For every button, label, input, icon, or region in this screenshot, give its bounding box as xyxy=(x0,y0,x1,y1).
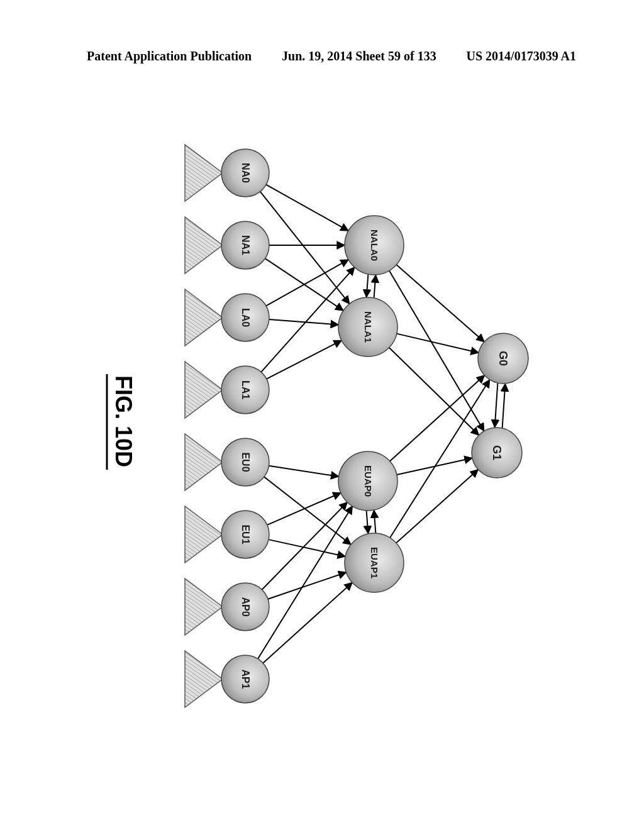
figure-svg: G0G1NALA0NALA1EUAP0EUAP1NA0NA1LA0LA1EU0E… xyxy=(82,101,560,742)
edge-EU1-EUAP1 xyxy=(269,540,345,556)
node-label-EUAP1: EUAP1 xyxy=(369,547,380,578)
edge-NALA0-G0 xyxy=(396,265,484,342)
node-label-G0: G0 xyxy=(497,351,509,366)
edge-NALA1-G0 xyxy=(397,334,479,353)
subtree-triangle-LA1 xyxy=(185,362,223,418)
node-label-EU1: EU1 xyxy=(240,524,251,544)
subtree-triangle-EU1 xyxy=(185,506,223,563)
edge-G1-G0 xyxy=(502,384,506,428)
node-label-G1: G1 xyxy=(491,445,503,460)
edge-EU0-EUAP1 xyxy=(264,477,351,545)
edge-NALA1-G1 xyxy=(389,348,479,435)
subtree-triangle-NA0 xyxy=(185,145,223,201)
edge-LA1-NALA1 xyxy=(267,340,341,379)
node-label-NA0: NA0 xyxy=(240,163,251,183)
edge-EUAP0-G1 xyxy=(397,458,472,475)
node-EU0: EU0 xyxy=(221,438,269,486)
figure-container: G0G1NALA0NALA1EUAP0EUAP1NA0NA1LA0LA1EU0E… xyxy=(0,101,560,578)
node-label-NA1: NA1 xyxy=(240,235,251,255)
edge-NALA0-NALA1 xyxy=(367,274,369,297)
node-LA1: LA1 xyxy=(221,366,269,414)
node-G0: G0 xyxy=(478,333,528,384)
page-header: Patent Application Publication Jun. 19, … xyxy=(0,49,644,64)
node-NALA0: NALA0 xyxy=(345,216,404,275)
node-label-LA0: LA0 xyxy=(240,308,251,327)
subtree-triangle-EU0 xyxy=(185,434,223,490)
node-NALA1: NALA1 xyxy=(338,297,397,357)
edge-EU0-EUAP0 xyxy=(269,466,339,477)
node-G1: G1 xyxy=(472,428,522,478)
subtree-triangle-LA0 xyxy=(185,289,223,346)
edge-EUAP0-EUAP1 xyxy=(367,511,369,533)
edge-NA1-NALA1 xyxy=(265,258,343,311)
node-label-NALA1: NALA1 xyxy=(363,311,374,343)
node-AP1: AP1 xyxy=(221,655,269,703)
edge-EUAP0-G0 xyxy=(390,375,485,462)
edge-AP1-EUAP0 xyxy=(258,506,352,659)
node-AP0: AP0 xyxy=(221,583,269,631)
node-NA1: NA1 xyxy=(221,221,269,269)
node-label-EUAP0: EUAP0 xyxy=(363,465,374,497)
node-label-AP1: AP1 xyxy=(240,669,251,689)
node-label-EU0: EU0 xyxy=(240,452,251,472)
subtree-triangle-NA1 xyxy=(185,217,223,274)
node-EU1: EU1 xyxy=(221,511,269,558)
node-EUAP0: EUAP0 xyxy=(338,451,397,511)
header-right: US 2014/0173039 A1 xyxy=(467,49,576,64)
node-label-AP0: AP0 xyxy=(240,597,251,616)
edge-EUAP1-EUAP0 xyxy=(374,510,376,533)
edge-AP0-EUAP1 xyxy=(268,572,347,599)
edge-NA0-NALA0 xyxy=(266,185,348,231)
edge-NA0-NALA1 xyxy=(260,192,350,304)
subtree-triangle-AP1 xyxy=(185,651,223,707)
subtree-triangle-AP0 xyxy=(185,578,223,635)
header-center: Jun. 19, 2014 Sheet 59 of 133 xyxy=(282,49,436,64)
node-label-NALA0: NALA0 xyxy=(369,230,380,261)
edge-EUAP1-G1 xyxy=(396,470,478,543)
edge-NALA1-NALA0 xyxy=(374,275,376,297)
edge-AP1-EUAP1 xyxy=(263,582,352,663)
node-NA0: NA0 xyxy=(221,149,269,197)
header-left: Patent Application Publication xyxy=(87,49,252,64)
edge-G0-G1 xyxy=(495,384,498,428)
figure-label: FIG. 10D xyxy=(111,375,136,467)
node-label-LA1: LA1 xyxy=(240,380,251,399)
leaf-triangles-layer xyxy=(185,145,223,707)
node-LA0: LA0 xyxy=(221,294,269,341)
node-EUAP1: EUAP1 xyxy=(345,533,404,592)
nodes-layer: G0G1NALA0NALA1EUAP0EUAP1NA0NA1LA0LA1EU0E… xyxy=(221,149,528,703)
